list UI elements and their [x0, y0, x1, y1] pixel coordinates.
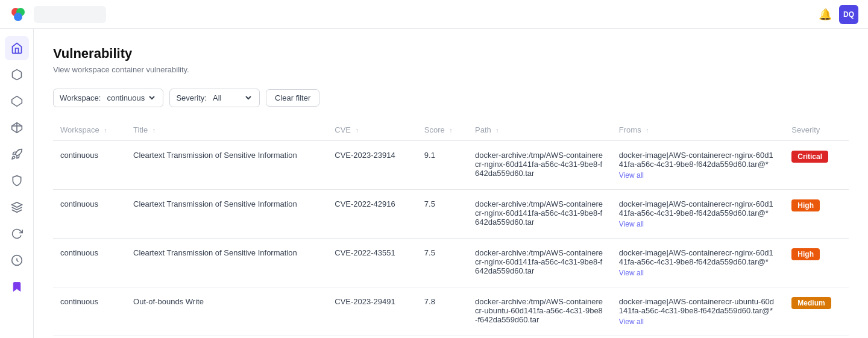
severity-badge-1: High	[791, 199, 820, 211]
table-row: continuous Cleartext Transmission of Sen…	[53, 190, 849, 239]
cell-froms-3: docker-image|AWS-containerecr-ubuntu-60d…	[612, 287, 784, 336]
table-header: Workspace ↑ Title ↑ CVE ↑ Score ↑ Path ↑…	[53, 119, 849, 141]
cell-workspace-3: continuous	[53, 287, 126, 336]
sidebar	[0, 29, 34, 338]
topbar: 🔔 DQ	[0, 0, 868, 29]
cell-workspace-0: continuous	[53, 141, 126, 190]
avatar[interactable]: DQ	[839, 5, 858, 24]
app-logo	[10, 6, 27, 23]
workspace-filter-select[interactable]: continuous staging production	[104, 93, 157, 103]
table-row: continuous Out-of-bounds Write CVE-2023-…	[53, 287, 849, 336]
cell-cve-3: CVE-2023-29491	[327, 287, 417, 336]
cell-path-2: docker-archive:/tmp/AWS-containerecr-ngi…	[468, 239, 612, 287]
cell-workspace-1: continuous	[53, 190, 126, 239]
cell-title-3: Out-of-bounds Write	[126, 287, 327, 336]
cell-score-0: 9.1	[417, 141, 468, 190]
cell-froms-1: docker-image|AWS-containerecr-nginx-60d1…	[612, 190, 784, 239]
col-froms: Froms ↑	[612, 119, 784, 141]
cell-froms-0: docker-image|AWS-containerecr-nginx-60d1…	[612, 141, 784, 190]
sidebar-item-shield[interactable]	[5, 169, 29, 193]
cell-path-3: docker-archive:/tmp/AWS-containerecr-ubu…	[468, 287, 612, 336]
svg-marker-3	[11, 96, 22, 107]
sidebar-item-layers[interactable]	[5, 195, 29, 219]
cell-severity-0: Critical	[784, 141, 849, 190]
col-severity: Severity	[784, 119, 849, 141]
table-body: continuous Cleartext Transmission of Sen…	[53, 141, 849, 336]
col-path: Path ↑	[468, 119, 612, 141]
table-row: continuous Cleartext Transmission of Sen…	[53, 141, 849, 190]
filter-bar: Workspace: continuous staging production…	[53, 89, 849, 107]
cell-froms-2: docker-image|AWS-containerecr-nginx-60d1…	[612, 239, 784, 287]
cell-title-1: Cleartext Transmission of Sensitive Info…	[126, 190, 327, 239]
workspace-filter-label: Workspace:	[60, 93, 101, 102]
cell-score-3: 7.8	[417, 287, 468, 336]
table-row: continuous Cleartext Transmission of Sen…	[53, 239, 849, 287]
col-workspace: Workspace ↑	[53, 119, 126, 141]
cell-severity-2: High	[784, 239, 849, 287]
sidebar-item-deploy[interactable]	[5, 116, 29, 140]
topbar-right: 🔔 DQ	[819, 5, 858, 24]
sort-path-icon[interactable]: ↑	[495, 127, 498, 134]
col-title: Title ↑	[126, 119, 327, 141]
clear-filter-button[interactable]: Clear filter	[266, 89, 319, 107]
cell-severity-1: High	[784, 190, 849, 239]
cell-path-0: docker-archive:/tmp/AWS-containerecr-ngi…	[468, 141, 612, 190]
col-cve: CVE ↑	[327, 119, 417, 141]
severity-badge-3: Medium	[791, 297, 831, 309]
cell-title-2: Cleartext Transmission of Sensitive Info…	[126, 239, 327, 287]
sort-title-icon[interactable]: ↑	[153, 127, 156, 134]
sort-workspace-icon[interactable]: ↑	[104, 127, 107, 134]
sort-froms-icon[interactable]: ↑	[646, 127, 649, 134]
cell-score-2: 7.5	[417, 239, 468, 287]
sidebar-item-home[interactable]	[5, 36, 29, 60]
sidebar-item-hexagon[interactable]	[5, 89, 29, 113]
cell-workspace-2: continuous	[53, 239, 126, 287]
cell-cve-1: CVE-2022-42916	[327, 190, 417, 239]
view-all-link-2[interactable]: View all	[619, 269, 777, 277]
vulnerability-table: Workspace ↑ Title ↑ CVE ↑ Score ↑ Path ↑…	[53, 119, 849, 336]
page-title: Vulnerability	[53, 46, 849, 61]
severity-badge-0: Critical	[791, 151, 828, 163]
topbar-left	[10, 6, 106, 23]
svg-marker-7	[11, 202, 22, 207]
severity-filter-label: Severity:	[176, 93, 207, 102]
severity-filter-select[interactable]: All Critical High Medium Low	[210, 93, 253, 103]
view-all-link-0[interactable]: View all	[619, 171, 777, 180]
cell-score-1: 7.5	[417, 190, 468, 239]
notification-bell-icon[interactable]: 🔔	[819, 8, 832, 21]
view-all-link-1[interactable]: View all	[619, 220, 777, 228]
sidebar-item-bookmark[interactable]	[5, 275, 29, 299]
severity-badge-2: High	[791, 248, 820, 260]
col-score: Score ↑	[417, 119, 468, 141]
cell-title-0: Cleartext Transmission of Sensitive Info…	[126, 141, 327, 190]
cell-cve-2: CVE-2022-43551	[327, 239, 417, 287]
page-subtitle: View workspace container vulnerability.	[53, 65, 849, 74]
search-bar	[34, 6, 106, 23]
main-content: Vulnerability View workspace container v…	[34, 29, 868, 338]
sort-score-icon[interactable]: ↑	[449, 127, 452, 134]
cell-path-1: docker-archive:/tmp/AWS-containerecr-ngi…	[468, 190, 612, 239]
cell-cve-0: CVE-2023-23914	[327, 141, 417, 190]
sidebar-item-circle[interactable]	[5, 248, 29, 272]
sidebar-item-rocket[interactable]	[5, 142, 29, 166]
sidebar-item-packages[interactable]	[5, 63, 29, 87]
severity-filter: Severity: All Critical High Medium Low	[169, 89, 260, 107]
sort-cve-icon[interactable]: ↑	[356, 127, 359, 134]
svg-point-2	[14, 13, 22, 21]
workspace-filter: Workspace: continuous staging production	[53, 89, 163, 107]
view-all-link-3[interactable]: View all	[619, 318, 777, 326]
sidebar-item-refresh[interactable]	[5, 222, 29, 246]
cell-severity-3: Medium	[784, 287, 849, 336]
